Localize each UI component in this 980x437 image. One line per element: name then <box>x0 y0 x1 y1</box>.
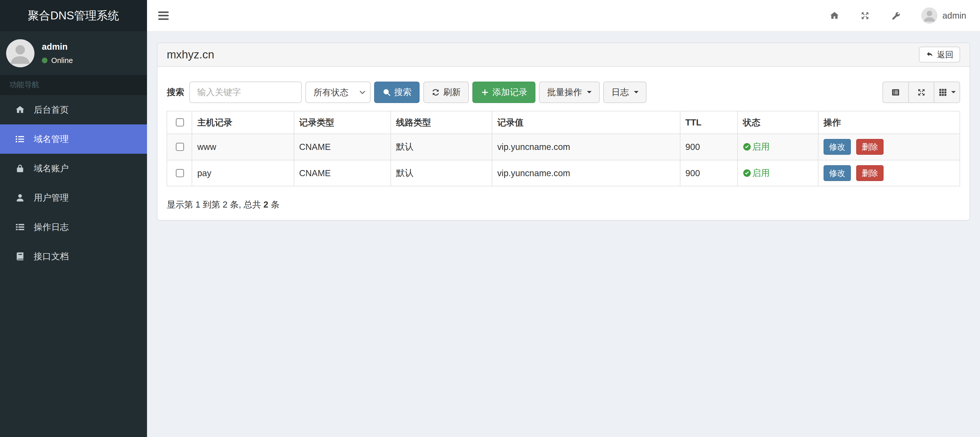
delete-button[interactable]: 删除 <box>856 165 883 181</box>
navbar-user-menu[interactable]: admin <box>921 7 966 24</box>
reply-icon <box>926 51 934 59</box>
refresh-icon <box>431 88 440 97</box>
avatar <box>921 7 938 24</box>
log-dropdown-button[interactable]: 日志 <box>603 82 646 103</box>
panel-heading: mxhyz.cn 返回 <box>158 43 969 67</box>
cell-line: 默认 <box>391 134 492 160</box>
search-icon <box>382 88 391 97</box>
cell-type: CNAME <box>294 134 391 160</box>
cell-type: CNAME <box>294 160 391 186</box>
column-header-actions: 操作 <box>818 111 960 134</box>
pagination-total: 2 <box>263 200 268 209</box>
columns-icon <box>938 88 948 97</box>
search-label: 搜索 <box>167 86 184 98</box>
user-avatar <box>6 39 34 67</box>
back-button[interactable]: 返回 <box>919 47 960 62</box>
status-filter-wrap: 所有状态 <box>305 82 371 103</box>
sidebar-item-api-docs[interactable]: 接口文档 <box>0 242 147 271</box>
list-alt-icon <box>891 88 900 97</box>
caret-down-icon <box>951 91 956 93</box>
domain-records-panel: mxhyz.cn 返回 搜索 所有状态 <box>157 43 970 221</box>
search-input[interactable] <box>189 82 302 103</box>
page-title: mxhyz.cn <box>167 48 214 61</box>
table-view-controls <box>883 82 960 103</box>
sidebar-item-label: 接口文档 <box>34 251 68 262</box>
column-header-value: 记录值 <box>492 111 680 134</box>
lock-icon <box>14 163 26 173</box>
home-icon[interactable] <box>829 11 839 21</box>
batch-actions-button[interactable]: 批量操作 <box>539 82 600 103</box>
caret-down-icon <box>634 91 638 93</box>
cell-value: vip.yuncname.com <box>492 160 680 186</box>
fullscreen-table-button[interactable] <box>908 82 935 103</box>
wrench-icon[interactable] <box>891 11 900 21</box>
cell-value: vip.yuncname.com <box>492 134 680 160</box>
user-status-label: Online <box>51 56 73 65</box>
edit-button[interactable]: 修改 <box>824 165 851 181</box>
column-header-ttl: TTL <box>680 111 738 134</box>
plus-icon <box>480 88 489 97</box>
pagination-summary: 显示第 1 到第 2 条, 总共 2 条 <box>167 199 960 211</box>
user-info: admin Online <box>42 42 73 65</box>
row-checkbox[interactable] <box>176 169 184 177</box>
list-icon <box>14 134 26 144</box>
search-button[interactable]: 搜索 <box>374 82 420 103</box>
refresh-button[interactable]: 刷新 <box>423 82 469 103</box>
sidebar-item-label: 用户管理 <box>34 192 68 204</box>
column-header-host: 主机记录 <box>192 111 294 134</box>
column-header-line: 线路类型 <box>391 111 492 134</box>
log-dropdown-label: 日志 <box>611 86 629 98</box>
cell-host: www <box>192 134 294 160</box>
app-window: 聚合DNS管理系统 admin Online 功能导航 后台首页 <box>0 0 980 437</box>
sidebar-item-dashboard[interactable]: 后台首页 <box>0 95 147 124</box>
add-record-button[interactable]: 添加记录 <box>473 82 535 103</box>
sidebar-item-users[interactable]: 用户管理 <box>0 183 147 212</box>
table-row: pay CNAME 默认 vip.yuncname.com 900 启用 <box>167 160 960 186</box>
sidebar-item-label: 域名账户 <box>34 163 68 174</box>
caret-down-icon <box>587 91 592 93</box>
select-all-checkbox[interactable] <box>176 118 184 127</box>
toolbar-left: 搜索 所有状态 搜索 <box>167 82 646 103</box>
dns-records-table: 主机记录 记录类型 线路类型 记录值 TTL 状态 操作 www <box>167 111 960 186</box>
table-row: www CNAME 默认 vip.yuncname.com 900 启用 <box>167 134 960 160</box>
sidebar-item-label: 后台首页 <box>34 104 68 116</box>
columns-toggle-button[interactable] <box>934 82 960 103</box>
user-icon <box>14 193 26 203</box>
main-content: mxhyz.cn 返回 搜索 所有状态 <box>147 32 980 437</box>
status-filter-select[interactable]: 所有状态 <box>305 82 371 103</box>
sidebar-item-label: 域名管理 <box>34 133 68 145</box>
sidebar: 聚合DNS管理系统 admin Online 功能导航 后台首页 <box>0 0 147 437</box>
refresh-button-label: 刷新 <box>443 86 461 98</box>
home-icon <box>14 105 26 115</box>
sidebar-item-domain-accounts[interactable]: 域名账户 <box>0 154 147 183</box>
book-icon <box>14 252 26 261</box>
cell-ttl: 900 <box>680 160 738 186</box>
status-label: 启用 <box>752 167 770 179</box>
pagination-suffix: 条 <box>268 200 280 209</box>
online-dot-icon <box>42 58 48 63</box>
row-checkbox[interactable] <box>176 143 184 151</box>
user-status: Online <box>42 56 73 65</box>
th-list-icon <box>14 222 26 232</box>
detail-view-button[interactable] <box>883 82 909 103</box>
column-header-type: 记录类型 <box>294 111 391 134</box>
search-button-label: 搜索 <box>394 86 412 98</box>
navbar-username: admin <box>942 11 966 21</box>
cell-line: 默认 <box>391 160 492 186</box>
sidebar-item-logs[interactable]: 操作日志 <box>0 212 147 242</box>
add-record-label: 添加记录 <box>492 86 527 98</box>
pagination-prefix: 显示第 1 到第 2 条, 总共 <box>167 200 263 209</box>
check-circle-icon <box>743 169 751 177</box>
cell-host: pay <box>192 160 294 186</box>
column-header-status: 状态 <box>738 111 818 134</box>
edit-button[interactable]: 修改 <box>824 139 851 155</box>
batch-actions-label: 批量操作 <box>547 86 582 98</box>
fullscreen-icon[interactable] <box>860 11 870 21</box>
menu-toggle-icon[interactable] <box>158 11 169 20</box>
status-badge: 启用 <box>743 141 813 153</box>
sidebar-user-panel: admin Online <box>0 31 147 75</box>
sidebar-item-domains[interactable]: 域名管理 <box>0 124 147 154</box>
top-navbar: admin <box>147 0 980 32</box>
check-circle-icon <box>743 143 751 151</box>
delete-button[interactable]: 删除 <box>856 139 883 155</box>
